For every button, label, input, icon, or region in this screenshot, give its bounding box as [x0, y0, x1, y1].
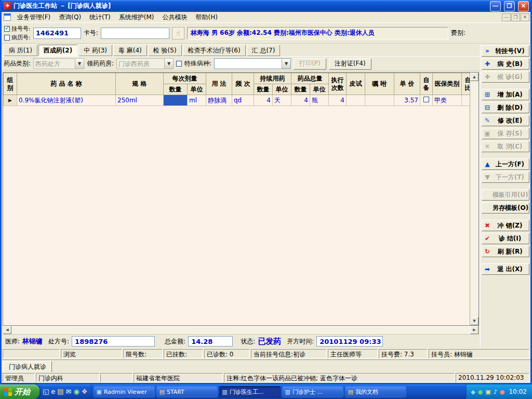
action-button[interactable]: ✚ 病 史(B) — [482, 58, 529, 70]
cell-total-unit[interactable]: 瓶 — [310, 95, 329, 106]
action-button[interactable]: ✎ 修 改(E) — [482, 115, 529, 126]
cell-usage[interactable]: 静脉滴 — [206, 95, 232, 106]
mdi-close-button[interactable] — [521, 14, 529, 21]
drug-class-select[interactable]: 西药处方 — [33, 58, 84, 69]
menu-item[interactable]: 统计(T) — [85, 11, 115, 23]
vertical-scrollbar[interactable] — [470, 73, 478, 325]
chevron-down-icon[interactable] — [164, 59, 173, 69]
action-button[interactable]: ↻ 刷 新(R) — [482, 246, 529, 257]
menu-item[interactable]: 帮助(H) — [192, 11, 222, 23]
minimize-button[interactable] — [490, 1, 501, 11]
horizontal-scroll-track[interactable] — [11, 326, 470, 334]
cell-unit-price[interactable]: 3.57 — [394, 95, 420, 106]
tab[interactable]: 病 历(1) — [4, 45, 37, 56]
cell-insurance-class[interactable]: 甲类 — [433, 95, 462, 106]
taskbar-task-button[interactable]: ▥ 门诊护士 ... — [282, 386, 343, 397]
injection-cert-button[interactable]: 注射证(F4) — [329, 58, 371, 70]
cell-self-pay-ratio[interactable]: 0 — [462, 95, 470, 106]
status-segment: 2010.11.29 10:02:03 — [456, 373, 529, 382]
tab[interactable]: 西成药(2) — [38, 45, 77, 56]
action-button[interactable]: ▼ 下一方(T) — [482, 171, 529, 183]
action-button[interactable]: ▣ 保 存(S) — [482, 128, 529, 139]
action-button[interactable]: » 转挂号(V) — [482, 45, 529, 57]
card-no-input[interactable] — [101, 28, 169, 39]
chevron-down-icon[interactable] — [282, 59, 290, 69]
drug-row[interactable]: ▶ 0.9%氯化钠注射液(塑) 250ml ml 静脉滴 qd 4 天 4 — [4, 95, 470, 106]
cell-advice[interactable] — [365, 95, 394, 106]
action-button[interactable]: ✖ 冲 销(Z) — [482, 220, 529, 231]
self-provide-checkbox[interactable] — [423, 97, 429, 102]
reg-no-checkbox[interactable] — [4, 26, 10, 32]
quick-launch-icon[interactable]: ❖ — [82, 384, 88, 399]
action-button[interactable]: 模板引用(U) — [482, 189, 529, 201]
mdi-minimize-button[interactable] — [502, 14, 511, 21]
cell-dose-unit[interactable]: ml — [188, 95, 206, 106]
menu-item[interactable]: 业务管理(F) — [13, 11, 55, 23]
tab[interactable]: 毒 麻(4) — [113, 45, 147, 56]
quick-launch-icon[interactable]: e — [51, 384, 55, 399]
quick-launch-icon[interactable]: ◱ — [43, 384, 49, 399]
action-button[interactable]: ⊞ 增 加(A) — [482, 89, 529, 100]
menu-item[interactable]: 公共模块 — [158, 11, 192, 23]
action-button[interactable]: ✚ 候 诊(G) — [482, 71, 529, 83]
quick-launch-icon[interactable]: ▤ — [57, 384, 63, 399]
scroll-down-icon[interactable] — [470, 317, 478, 325]
action-button[interactable]: 另存模板(O) — [482, 202, 529, 214]
taskbar-task-button[interactable]: ▤ START — [156, 386, 218, 397]
record-no-input[interactable] — [33, 28, 81, 39]
tab[interactable]: 检 验(5) — [148, 45, 182, 56]
action-button[interactable]: ✕ 取 消(C) — [482, 141, 529, 152]
record-no-checkbox[interactable] — [4, 35, 10, 41]
chevron-down-icon[interactable] — [75, 59, 84, 69]
pharmacy-select[interactable]: 门诊西药房 — [116, 58, 174, 69]
col-header-self-provide: 自备 — [420, 73, 433, 95]
action-button[interactable]: ⊟ 删 除(D) — [482, 102, 529, 113]
scroll-up-icon[interactable] — [470, 73, 478, 81]
scroll-right-icon[interactable] — [470, 326, 478, 334]
taskbar-task-button[interactable]: ▣ Radmin Viewer — [94, 386, 155, 397]
cell-frequency[interactable]: qd — [232, 95, 254, 106]
tray-icon[interactable]: ♪ — [494, 389, 497, 395]
action-button[interactable]: ➡ 退 出(X) — [482, 263, 529, 275]
action-icon: ⊟ — [484, 104, 491, 111]
cell-spec[interactable]: 250ml — [116, 95, 164, 106]
tab[interactable]: 中 药(3) — [78, 45, 112, 56]
document-tab[interactable]: 门诊病人就诊 — [3, 361, 52, 373]
close-button[interactable] — [518, 1, 529, 11]
tab[interactable]: 汇 总(7) — [247, 45, 281, 56]
cell-skin-test[interactable] — [347, 95, 365, 106]
tray-icon[interactable]: ◆ — [471, 389, 475, 395]
tray-icon[interactable]: ● — [478, 389, 483, 395]
quick-launch-icon[interactable]: ✉ — [66, 384, 72, 399]
registration-labels: 挂号号: 病历号: — [4, 25, 31, 42]
cell-drug-name[interactable]: 0.9%氯化钠注射液(塑) — [17, 95, 116, 106]
horizontal-scrollbar[interactable] — [3, 326, 479, 335]
tray-icon[interactable]: ▣ — [485, 389, 490, 395]
menu-item[interactable]: 系统维护(M) — [115, 11, 158, 23]
taskbar-task-button[interactable]: ▥ 门诊医生工... — [219, 386, 281, 397]
quick-launch-icon[interactable]: ◉ — [74, 384, 79, 399]
cell-duration-unit[interactable]: 天 — [273, 95, 291, 106]
special-disease-select[interactable] — [214, 58, 291, 69]
special-disease-checkbox[interactable] — [176, 61, 182, 66]
taskbar-task-button[interactable]: ▤ 我的文档 — [345, 386, 406, 397]
scroll-left-icon[interactable] — [3, 326, 11, 334]
card-reader-icon[interactable]: ☝ — [172, 27, 184, 39]
restore-button[interactable] — [504, 1, 515, 11]
cell-duration-qty[interactable]: 4 — [254, 95, 273, 106]
tray-icon[interactable]: ● — [500, 389, 505, 395]
cell-dose-qty-selected[interactable] — [164, 95, 188, 106]
tab[interactable]: 检查手术治疗等(6) — [183, 45, 246, 56]
mdi-document-icon[interactable] — [4, 14, 11, 21]
start-button[interactable]: 开始 — [0, 384, 39, 399]
vertical-scroll-track[interactable] — [470, 81, 478, 317]
menu-item[interactable]: 查询(Q) — [55, 11, 85, 23]
print-button[interactable]: 打印(P) — [294, 58, 326, 70]
cell-total-qty[interactable]: 4 — [291, 95, 310, 106]
cell-exec-times[interactable]: 4 — [329, 95, 347, 106]
action-button[interactable]: ✔ 诊 结(I) — [482, 233, 529, 244]
action-button[interactable]: ▲ 上一方(F) — [482, 158, 529, 170]
col-header-per-dose: 每次剂量 — [164, 73, 206, 84]
action-icon: ✚ — [484, 60, 491, 68]
mdi-restore-button[interactable] — [511, 14, 520, 21]
